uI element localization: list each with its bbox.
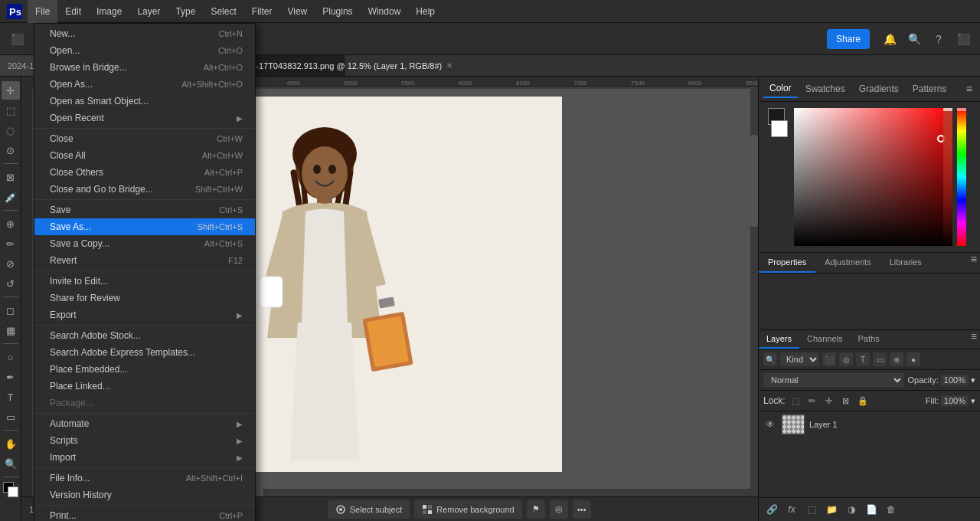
menu-close-others[interactable]: Close Others Alt+Ctrl+P <box>34 164 255 181</box>
tab-layers[interactable]: Layers <box>759 330 799 349</box>
tab-libraries[interactable]: Libraries <box>880 253 931 273</box>
pen-tool[interactable]: ✒ <box>2 368 20 386</box>
lock-pixels-icon[interactable]: ✏ <box>805 394 819 408</box>
menu-search-stock[interactable]: Search Adobe Stock... <box>34 327 255 344</box>
help-btn[interactable]: ? <box>928 28 949 50</box>
menu-open-as[interactable]: Open As... Alt+Shift+Ctrl+O <box>34 76 255 93</box>
dodge-tool[interactable]: ○ <box>2 348 20 366</box>
menu-help[interactable]: Help <box>408 0 443 23</box>
tab-gradients[interactable]: Gradients <box>853 80 905 97</box>
menu-import[interactable]: Import ▶ <box>34 449 255 466</box>
opacity-value[interactable]: 100% <box>941 375 969 385</box>
menu-file[interactable]: File <box>28 0 57 23</box>
lock-artboard-icon[interactable]: ⊠ <box>839 394 853 408</box>
adjustment-btn[interactable]: ◑ <box>843 501 860 518</box>
menu-place-embedded[interactable]: Place Embedded... <box>34 361 255 378</box>
menu-edit[interactable]: Edit <box>57 0 89 23</box>
menu-plugins[interactable]: Plugins <box>315 0 360 23</box>
menu-save-copy[interactable]: Save a Copy... Alt+Ctrl+S <box>34 235 255 252</box>
text-tool[interactable]: T <box>2 388 20 406</box>
fill-value[interactable]: 100% <box>941 395 969 406</box>
hue-slider[interactable] <box>957 108 966 246</box>
fx-btn[interactable]: fx <box>783 501 800 518</box>
menu-share-review[interactable]: Share for Review <box>34 290 255 306</box>
new-layer-btn[interactable]: 📄 <box>863 501 880 518</box>
lock-transparency-icon[interactable]: ⬚ <box>789 394 802 408</box>
notifications-btn[interactable]: 🔔 <box>879 28 900 50</box>
menu-scripts[interactable]: Scripts ▶ <box>34 432 255 449</box>
eraser-tool[interactable]: ◻ <box>2 301 20 319</box>
menu-open-smart[interactable]: Open as Smart Object... <box>34 93 255 110</box>
menu-file-info[interactable]: File Info... Alt+Shift+Ctrl+I <box>34 470 255 487</box>
filter-adjust-icon[interactable]: ◎ <box>839 352 853 366</box>
tab-color[interactable]: Color <box>763 80 798 98</box>
flag-btn[interactable]: ⚑ <box>527 500 545 519</box>
layers-filter-select[interactable]: Kind <box>780 352 819 366</box>
delete-layer-btn[interactable]: 🗑 <box>883 501 900 518</box>
brush-tool[interactable]: ✏ <box>2 234 20 253</box>
target-btn[interactable]: ◎ <box>550 500 568 519</box>
more-status-btn[interactable]: ••• <box>573 500 591 519</box>
remove-background-btn[interactable]: Remove background <box>414 500 522 519</box>
tab-paths[interactable]: Paths <box>851 330 887 349</box>
filter-smart-icon[interactable]: ⊕ <box>890 352 903 366</box>
menu-close[interactable]: Close Ctrl+W <box>34 130 255 147</box>
menu-export[interactable]: Export ▶ <box>34 306 255 323</box>
tab-2-close[interactable]: ✕ <box>446 61 452 70</box>
share-button[interactable]: Share <box>827 29 870 49</box>
layers-collapse[interactable]: ≡ <box>968 330 980 349</box>
background-swatch[interactable] <box>771 120 788 137</box>
history-brush-tool[interactable]: ↺ <box>2 274 20 293</box>
gradient-tool[interactable]: ▦ <box>2 321 20 339</box>
menu-save[interactable]: Save Ctrl+S <box>34 202 255 218</box>
menu-save-as[interactable]: Save As... Shift+Ctrl+S <box>34 218 255 235</box>
menu-automate[interactable]: Automate ▶ <box>34 415 255 432</box>
scrollbar-vertical[interactable] <box>750 89 758 496</box>
filter-pixel-icon[interactable]: ⬛ <box>822 352 836 366</box>
filter-effect-icon[interactable]: ● <box>906 352 920 366</box>
menu-new[interactable]: New... Ctrl+N <box>34 25 255 42</box>
tab-adjustments[interactable]: Adjustments <box>815 253 880 273</box>
menu-type[interactable]: Type <box>168 0 203 23</box>
search-btn[interactable]: 🔍 <box>903 28 925 50</box>
menu-invite[interactable]: Invite to Edit... <box>34 273 255 290</box>
menu-open[interactable]: Open... Ctrl+O <box>34 42 255 59</box>
hand-tool[interactable]: ✋ <box>2 434 20 453</box>
lock-position-icon[interactable]: ✛ <box>822 394 836 408</box>
clone-tool[interactable]: ⊘ <box>2 254 20 273</box>
zoom-tool[interactable]: 🔍 <box>2 454 20 473</box>
menu-window[interactable]: Window <box>361 0 409 23</box>
tab-swatches[interactable]: Swatches <box>799 80 851 97</box>
blend-mode-select[interactable]: Normal <box>763 373 903 387</box>
filter-shape-icon[interactable]: ▭ <box>873 352 887 366</box>
search-layers-icon[interactable]: 🔍 <box>763 352 777 366</box>
lock-all-icon[interactable]: 🔒 <box>856 394 870 408</box>
shape-tool[interactable]: ▭ <box>2 408 20 426</box>
menu-browse[interactable]: Browse in Bridge... Alt+Ctrl+O <box>34 59 255 76</box>
new-group-btn[interactable]: 📁 <box>823 501 840 518</box>
menu-place-linked[interactable]: Place Linked... <box>34 378 255 395</box>
menu-search-express[interactable]: Search Adobe Express Templates... <box>34 344 255 361</box>
scrollbar-thumb-v[interactable] <box>750 135 758 227</box>
color-spectrum-container[interactable] <box>794 108 966 246</box>
menu-close-all[interactable]: Close All Alt+Ctrl+W <box>34 147 255 164</box>
foreground-color[interactable] <box>2 481 19 498</box>
panel-collapse[interactable]: ≡ <box>963 83 975 95</box>
opacity-slider[interactable] <box>943 108 952 246</box>
select-subject-btn[interactable]: Select subject <box>328 500 410 519</box>
layer-item-1[interactable]: 👁 Layer 1 <box>759 411 980 437</box>
eyedropper-tool[interactable]: 💉 <box>2 188 20 206</box>
tab-properties[interactable]: Properties <box>759 253 815 273</box>
healing-tool[interactable]: ⊕ <box>2 215 20 233</box>
menu-select[interactable]: Select <box>203 0 243 23</box>
tab-channels[interactable]: Channels <box>799 330 850 349</box>
menu-layer[interactable]: Layer <box>129 0 168 23</box>
menu-image[interactable]: Image <box>89 0 129 23</box>
menu-version-history[interactable]: Version History <box>34 487 255 503</box>
lasso-tool[interactable]: ◌ <box>2 121 20 139</box>
quick-select-tool[interactable]: ⊙ <box>2 141 20 159</box>
move-tool[interactable]: ✛ <box>2 81 20 100</box>
add-mask-btn[interactable]: ⬚ <box>803 501 820 518</box>
select-tool[interactable]: ⬚ <box>2 101 20 120</box>
menu-view[interactable]: View <box>279 0 315 23</box>
